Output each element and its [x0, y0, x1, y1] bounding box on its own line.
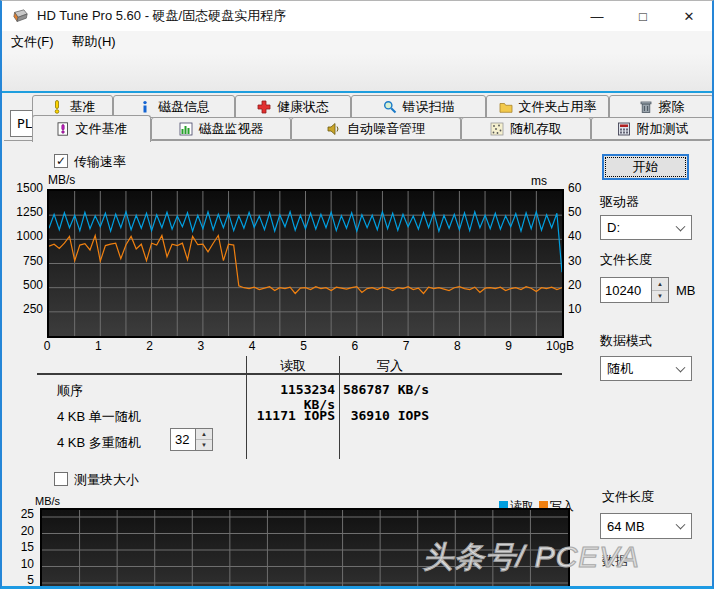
top-chart-right-axis-unit: ms: [531, 174, 547, 188]
benchmark-icon: [50, 100, 64, 114]
transfer-rate-label: 传输速率: [74, 153, 126, 171]
chevron-down-icon: [676, 221, 686, 231]
tab-aam[interactable]: 自动噪音管理: [291, 117, 461, 140]
tab-label: 自动噪音管理: [347, 120, 425, 138]
tab-label: 附加测试: [637, 120, 689, 138]
disk-monitor-icon: [179, 122, 193, 136]
top-chart-yaxis-unit: MB/s: [48, 173, 75, 187]
tab-label: 基准: [70, 98, 96, 116]
chevron-down-icon: [676, 520, 686, 530]
title-bar: HD Tune Pro 5.60 - 硬盘/固态硬盘实用程序 — □ ✕: [2, 1, 712, 31]
table-header-rule: [37, 373, 562, 375]
block-size-label: 测量块大小: [74, 471, 139, 489]
speaker-icon: [327, 122, 341, 136]
tab-file-benchmark[interactable]: 文件基准: [32, 115, 151, 142]
start-button[interactable]: 开始: [602, 154, 689, 180]
block-file-length-value: 64 MB: [607, 519, 645, 534]
minimize-button[interactable]: —: [574, 1, 620, 31]
block-size-checkbox[interactable]: [54, 472, 68, 486]
file-benchmark-icon: [56, 122, 70, 136]
data-pattern-label: 数据模式: [600, 332, 652, 350]
menu-bar: 文件(F) 帮助(H): [2, 31, 712, 53]
tab-label: 磁盘监视器: [199, 120, 264, 138]
tab-label: 随机存取: [510, 120, 562, 138]
window-title: HD Tune Pro 5.60 - 硬盘/固态硬盘实用程序: [37, 7, 286, 25]
tab-label: 磁盘信息: [158, 98, 210, 116]
random-access-icon: [490, 122, 504, 136]
tab-label: 文件夹占用率: [519, 98, 597, 116]
table-write-sequential: 586787 KB/s: [342, 382, 429, 397]
tab-disk-monitor[interactable]: 磁盘监视器: [151, 117, 291, 140]
spin-down-icon[interactable]: ▼: [196, 440, 212, 450]
menu-file[interactable]: 文件(F): [2, 31, 63, 53]
calculator-icon: [617, 122, 631, 136]
tab-label: 擦除: [659, 98, 685, 116]
close-button[interactable]: ✕: [666, 1, 712, 31]
file-length-spinner[interactable]: 10240 ▲▼: [600, 277, 669, 303]
tab-erase[interactable]: 擦除: [609, 95, 714, 118]
spin-up-icon[interactable]: ▲: [652, 278, 668, 291]
transfer-rate-plot: [49, 191, 562, 336]
health-cross-icon: [257, 100, 271, 114]
drive-dropdown[interactable]: D:: [600, 215, 692, 240]
info-icon: [138, 100, 152, 114]
trash-icon: [639, 100, 653, 114]
tab-health[interactable]: 健康状态: [235, 95, 351, 118]
tab-error-scan[interactable]: 错误扫描: [351, 95, 486, 118]
transfer-rate-chart: [47, 189, 564, 338]
watermark: 头条号/ PCEVA: [423, 537, 640, 578]
drive-dropdown-value: D:: [607, 220, 620, 235]
data-pattern-dropdown[interactable]: 随机: [600, 356, 692, 381]
data-pattern-value: 随机: [607, 360, 633, 378]
tab-random-access[interactable]: 随机存取: [461, 117, 591, 140]
folder-icon: [499, 100, 513, 114]
block-file-length-dropdown[interactable]: 64 MB: [600, 513, 692, 539]
block-chart-yaxis-unit: MB/s: [35, 495, 60, 507]
table-row-label: 顺序: [57, 382, 83, 400]
table-row-label: 4 KB 单一随机: [57, 408, 141, 426]
transfer-rate-checkbox[interactable]: ✓: [54, 154, 68, 168]
app-icon: [12, 9, 29, 24]
tab-folder-usage[interactable]: 文件夹占用率: [486, 95, 609, 118]
block-file-length-label: 文件长度: [602, 488, 654, 506]
chevron-down-icon: [676, 362, 686, 372]
tab-label: 错误扫描: [403, 98, 455, 116]
toolbar-separator: [2, 91, 712, 93]
magnifier-icon: [383, 100, 397, 114]
file-length-value: 10240: [600, 277, 652, 303]
file-length-unit: MB: [676, 283, 696, 298]
table-write-4k-single: 36910 IOPS: [342, 408, 429, 423]
drive-label: 驱动器: [600, 193, 639, 211]
queue-depth-spinner[interactable]: 32 ▲▼: [170, 428, 213, 451]
menu-help[interactable]: 帮助(H): [63, 31, 125, 53]
spin-up-icon[interactable]: ▲: [196, 429, 212, 440]
file-length-label: 文件长度: [600, 251, 652, 269]
queue-depth-value: 32: [170, 428, 196, 451]
maximize-button[interactable]: □: [620, 1, 666, 31]
tab-label: 文件基准: [76, 120, 128, 138]
table-row-label: 4 KB 多重随机: [57, 434, 141, 452]
tab-label: 健康状态: [277, 98, 329, 116]
app-window: HD Tune Pro 5.60 - 硬盘/固态硬盘实用程序 — □ ✕ 文件(…: [0, 0, 714, 589]
tab-extra-tests[interactable]: 附加测试: [591, 117, 714, 140]
table-read-4k-single: 11171 IOPS: [247, 408, 335, 423]
toolbar: PLEXTOR PX-1TM8SeY (1024 gB) — 癈: [2, 53, 712, 91]
spin-down-icon[interactable]: ▼: [652, 291, 668, 303]
